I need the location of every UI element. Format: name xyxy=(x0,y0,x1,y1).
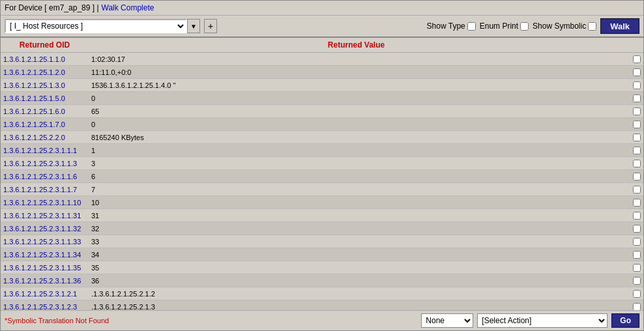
show-symbolic-option: Show Symbolic xyxy=(533,22,596,31)
row-checkbox[interactable] xyxy=(633,81,641,89)
enum-print-checkbox[interactable] xyxy=(520,22,529,31)
oid-cell[interactable]: 1.3.6.1.2.1.25.2.3.1.1.32 xyxy=(1,224,89,233)
row-checkbox[interactable] xyxy=(633,199,641,207)
table-row: 1.3.6.1.2.1.25.1.1.01:02:30.17 xyxy=(1,53,643,66)
value-cell: 34 xyxy=(89,250,630,259)
row-checkbox[interactable] xyxy=(633,68,641,76)
row-checkbox[interactable] xyxy=(633,147,641,154)
enum-print-option: Enum Print xyxy=(480,22,529,31)
table-row: 1.3.6.1.2.1.25.2.3.1.1.3636 xyxy=(1,274,643,287)
oid-cell[interactable]: 1.3.6.1.2.1.25.2.2.0 xyxy=(1,133,89,142)
oid-cell[interactable]: 1.3.6.1.2.1.25.2.3.1.1.3 xyxy=(1,159,89,168)
row-checkbox[interactable] xyxy=(633,212,641,220)
row-checkbox[interactable] xyxy=(633,264,641,272)
oid-cell[interactable]: 1.3.6.1.2.1.25.2.3.1.2.3 xyxy=(1,302,89,311)
col-scroll-header xyxy=(624,39,643,51)
go-button[interactable]: Go xyxy=(611,313,639,328)
row-checkbox-container xyxy=(630,68,643,76)
row-checkbox[interactable] xyxy=(633,251,641,259)
row-checkbox[interactable] xyxy=(633,173,641,180)
walk-complete-link[interactable]: Walk Complete xyxy=(102,3,154,12)
value-cell: 11:11.0,+0:0 xyxy=(89,68,630,77)
title-prefix: For Device [ em7_ap_89 ] | xyxy=(5,3,99,12)
oid-cell[interactable]: 1.3.6.1.2.1.25.2.3.1.2.1 xyxy=(1,289,89,298)
value-cell: 32 xyxy=(89,224,630,233)
oid-cell[interactable]: 1.3.6.1.2.1.25.1.7.0 xyxy=(1,120,89,129)
table-row: 1.3.6.1.2.1.25.2.3.1.1.3535 xyxy=(1,261,643,274)
add-button[interactable]: + xyxy=(204,19,217,33)
oid-cell[interactable]: 1.3.6.1.2.1.25.2.3.1.1.31 xyxy=(1,211,89,220)
table-row: 1.3.6.1.2.1.25.2.3.1.1.77 xyxy=(1,183,643,196)
table-row: 1.3.6.1.2.1.25.2.3.1.1.11 xyxy=(1,144,643,157)
oid-cell[interactable]: 1.3.6.1.2.1.25.2.3.1.1.7 xyxy=(1,185,89,194)
row-checkbox[interactable] xyxy=(633,277,641,285)
oid-cell[interactable]: 1.3.6.1.2.1.25.1.1.0 xyxy=(1,55,89,64)
row-checkbox[interactable] xyxy=(633,238,641,246)
table-row: 1.3.6.1.2.1.25.2.2.08165240 KBytes xyxy=(1,131,643,144)
enum-print-label: Enum Print xyxy=(480,22,518,31)
row-checkbox[interactable] xyxy=(633,186,641,194)
table-row: 1.3.6.1.2.1.25.2.3.1.1.3131 xyxy=(1,209,643,222)
oid-cell[interactable]: 1.3.6.1.2.1.25.1.3.0 xyxy=(1,81,89,90)
oid-cell[interactable]: 1.3.6.1.2.1.25.2.3.1.1.34 xyxy=(1,250,89,259)
value-cell: .1.3.6.1.2.1.25.2.1.3 xyxy=(89,302,630,311)
row-checkbox[interactable] xyxy=(633,290,641,298)
row-checkbox[interactable] xyxy=(633,303,641,311)
value-cell: 7 xyxy=(89,185,630,194)
row-checkbox-container xyxy=(630,225,643,233)
oid-cell[interactable]: 1.3.6.1.2.1.25.2.3.1.1.35 xyxy=(1,263,89,272)
row-checkbox-container xyxy=(630,55,643,63)
row-checkbox-container xyxy=(630,212,643,220)
oid-cell[interactable]: 1.3.6.1.2.1.25.2.3.1.1.10 xyxy=(1,198,89,207)
row-checkbox-container xyxy=(630,147,643,154)
table-row: 1.3.6.1.2.1.25.2.3.1.1.3333 xyxy=(1,235,643,248)
value-cell: .1.3.6.1.2.1.25.2.1.2 xyxy=(89,289,630,298)
table-row: 1.3.6.1.2.1.25.2.3.1.2.1.1.3.6.1.2.1.25.… xyxy=(1,287,643,300)
oid-cell[interactable]: 1.3.6.1.2.1.25.1.6.0 xyxy=(1,107,89,116)
table-row: 1.3.6.1.2.1.25.2.3.1.1.1010 xyxy=(1,196,643,209)
oid-cell[interactable]: 1.3.6.1.2.1.25.2.3.1.1.6 xyxy=(1,172,89,181)
oid-cell[interactable]: 1.3.6.1.2.1.25.2.3.1.1.33 xyxy=(1,237,89,246)
value-cell: 8165240 KBytes xyxy=(89,133,630,142)
table-row: 1.3.6.1.2.1.25.2.3.1.1.33 xyxy=(1,157,643,170)
oid-select[interactable]: [ I_ Host Resources ] xyxy=(5,19,187,33)
table-row: 1.3.6.1.2.1.25.1.7.00 xyxy=(1,118,643,131)
row-checkbox[interactable] xyxy=(633,55,641,63)
row-checkbox[interactable] xyxy=(633,108,641,115)
table-header: Returned OID Returned Value xyxy=(1,38,643,53)
row-checkbox[interactable] xyxy=(633,225,641,233)
show-type-checkbox[interactable] xyxy=(467,22,476,31)
row-checkbox[interactable] xyxy=(633,134,641,141)
oid-cell[interactable]: 1.3.6.1.2.1.25.1.2.0 xyxy=(1,68,89,77)
value-cell: 0 xyxy=(89,94,630,103)
row-checkbox-container xyxy=(630,251,643,259)
show-type-option: Show Type xyxy=(427,22,476,31)
table-row: 1.3.6.1.2.1.25.1.6.065 xyxy=(1,105,643,118)
toolbar: [ I_ Host Resources ] ▼ + Show Type Enum… xyxy=(1,16,643,38)
none-select[interactable]: None xyxy=(421,313,473,328)
row-checkbox[interactable] xyxy=(633,94,641,102)
table-body[interactable]: 1.3.6.1.2.1.25.1.1.01:02:30.171.3.6.1.2.… xyxy=(1,53,643,310)
col-oid-header: Returned OID xyxy=(1,39,89,51)
table-row: 1.3.6.1.2.1.25.1.2.011:11.0,+0:0 xyxy=(1,66,643,79)
oid-dropdown-button[interactable]: ▼ xyxy=(187,19,200,33)
value-cell: 6 xyxy=(89,172,630,181)
oid-cell[interactable]: 1.3.6.1.2.1.25.2.3.1.1.36 xyxy=(1,276,89,285)
title-bar: For Device [ em7_ap_89 ] | Walk Complete xyxy=(1,1,643,16)
symbolic-warning: *Symbolic Translation Not Found xyxy=(5,317,417,324)
value-cell: 31 xyxy=(89,211,630,220)
value-cell: 3 xyxy=(89,159,630,168)
action-select[interactable]: [Select Action] xyxy=(477,313,607,328)
row-checkbox-container xyxy=(630,238,643,246)
value-cell: 1 xyxy=(89,146,630,155)
row-checkbox[interactable] xyxy=(633,160,641,167)
col-value-header: Returned Value xyxy=(89,39,624,51)
row-checkbox[interactable] xyxy=(633,121,641,128)
walk-button[interactable]: Walk xyxy=(600,18,639,34)
oid-cell[interactable]: 1.3.6.1.2.1.25.2.3.1.1.1 xyxy=(1,146,89,155)
show-symbolic-checkbox[interactable] xyxy=(588,22,596,31)
value-cell: 65 xyxy=(89,107,630,116)
value-cell: 1536.1.3.6.1.2.1.25.1.4.0 " xyxy=(89,81,630,90)
value-cell: 35 xyxy=(89,263,630,272)
oid-cell[interactable]: 1.3.6.1.2.1.25.1.5.0 xyxy=(1,94,89,103)
